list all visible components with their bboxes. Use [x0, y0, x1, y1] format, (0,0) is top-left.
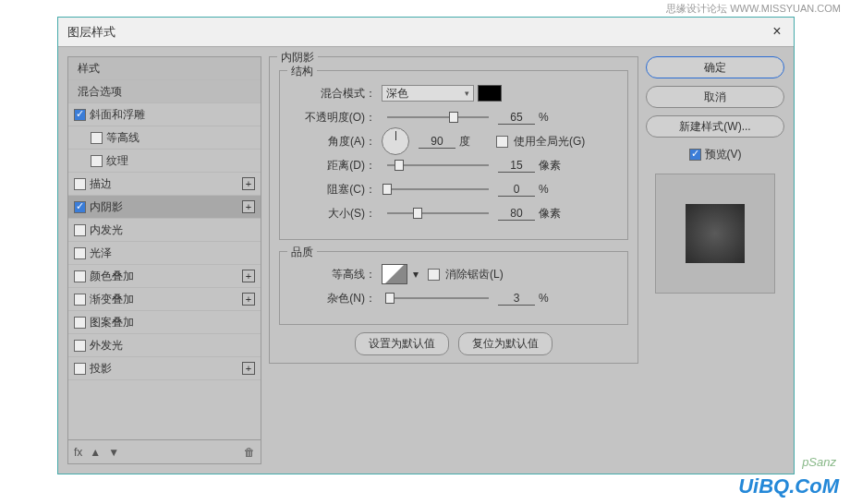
style-label: 图案叠加: [90, 315, 255, 330]
watermark-uibq: UiBQ.CoM: [738, 474, 839, 498]
style-item-1[interactable]: 等高线: [68, 126, 261, 150]
add-effect-icon[interactable]: +: [242, 270, 255, 282]
distance-slider[interactable]: [387, 159, 489, 172]
contour-picker[interactable]: [382, 264, 407, 284]
style-checkbox[interactable]: [74, 224, 86, 236]
preview-swatch: [686, 204, 745, 263]
watermark-top: 思缘设计论坛 WWW.MISSYUAN.COM: [666, 2, 841, 16]
style-label: 内阴影: [90, 199, 242, 215]
style-label: 内发光: [90, 222, 255, 238]
style-item-8[interactable]: 渐变叠加+: [68, 288, 261, 311]
chevron-down-icon: ▾: [465, 89, 469, 98]
style-item-10[interactable]: 外发光: [68, 334, 261, 357]
quality-group: 品质 等高线： ▾ 消除锯齿(L) 杂色(N)： 3 %: [279, 251, 628, 325]
new-style-button[interactable]: 新建样式(W)...: [646, 115, 784, 138]
style-label: 描边: [90, 176, 242, 192]
style-checkbox[interactable]: [91, 155, 103, 167]
style-checkbox[interactable]: [74, 317, 86, 329]
style-item-0[interactable]: 斜面和浮雕: [68, 103, 261, 126]
style-checkbox[interactable]: [74, 363, 86, 375]
styles-sidebar: 样式 混合选项 斜面和浮雕等高线纹理描边+内阴影+内发光光泽颜色叠加+渐变叠加+…: [67, 56, 261, 464]
preview-checkbox[interactable]: [689, 149, 701, 161]
right-panel: 确定 取消 新建样式(W)... 预览(V): [646, 56, 784, 464]
style-item-4[interactable]: 内阴影+: [68, 196, 261, 219]
titlebar: 图层样式 ×: [58, 18, 794, 47]
style-label: 等高线: [106, 130, 255, 146]
style-label: 斜面和浮雕: [90, 107, 255, 123]
size-slider[interactable]: [387, 207, 489, 220]
style-label: 颜色叠加: [90, 269, 242, 284]
watermark-psanz: pSanz: [802, 455, 836, 469]
style-label: 渐变叠加: [90, 292, 242, 307]
add-effect-icon[interactable]: +: [242, 200, 255, 213]
opacity-slider[interactable]: [387, 111, 489, 124]
style-item-7[interactable]: 颜色叠加+: [68, 265, 261, 288]
dialog-title: 图层样式: [67, 24, 770, 41]
noise-slider[interactable]: [387, 292, 489, 305]
cancel-button[interactable]: 取消: [646, 86, 784, 108]
add-effect-icon[interactable]: +: [242, 362, 255, 375]
fx-icon[interactable]: fx: [74, 446, 82, 459]
ok-button[interactable]: 确定: [646, 56, 784, 78]
structure-group: 结构 混合模式： 深色▾ 不透明度(O)： 65 % 角度(A)：: [279, 70, 628, 240]
sidebar-footer: fx ▲ ▼ 🗑: [67, 440, 261, 464]
antialias-label: 消除锯齿(L): [445, 267, 504, 282]
close-button[interactable]: ×: [770, 25, 784, 40]
style-label: 纹理: [106, 153, 255, 169]
style-item-2[interactable]: 纹理: [68, 150, 261, 173]
add-effect-icon[interactable]: +: [242, 293, 255, 306]
blend-options-header[interactable]: 混合选项: [68, 80, 261, 103]
shadow-color-swatch[interactable]: [478, 85, 502, 102]
style-label: 外发光: [90, 338, 255, 354]
style-item-9[interactable]: 图案叠加: [68, 311, 261, 334]
contour-label: 等高线：: [293, 267, 376, 282]
noise-value[interactable]: 3: [498, 292, 535, 306]
global-light-checkbox[interactable]: [496, 136, 508, 148]
trash-icon[interactable]: 🗑: [244, 446, 255, 459]
blend-mode-label: 混合模式：: [293, 86, 376, 102]
preview-label: 预览(V): [705, 147, 742, 162]
distance-label: 距离(D)：: [293, 158, 376, 174]
style-checkbox[interactable]: [91, 132, 103, 144]
style-item-3[interactable]: 描边+: [68, 173, 261, 196]
style-checkbox[interactable]: [74, 270, 86, 282]
style-checkbox[interactable]: [74, 340, 86, 352]
blend-mode-select[interactable]: 深色▾: [382, 85, 474, 102]
add-effect-icon[interactable]: +: [242, 177, 255, 190]
size-label: 大小(S)：: [293, 206, 376, 222]
style-checkbox[interactable]: [74, 109, 86, 121]
style-checkbox[interactable]: [74, 294, 86, 306]
move-down-icon[interactable]: ▼: [108, 446, 119, 459]
preview-box: [655, 174, 775, 294]
layer-style-dialog: 图层样式 × 样式 混合选项 斜面和浮雕等高线纹理描边+内阴影+内发光光泽颜色叠…: [57, 17, 795, 474]
antialias-checkbox[interactable]: [428, 269, 440, 281]
make-default-button[interactable]: 设置为默认值: [355, 332, 449, 355]
style-item-6[interactable]: 光泽: [68, 242, 261, 265]
style-checkbox[interactable]: [74, 201, 86, 213]
choke-label: 阻塞(C)：: [293, 182, 376, 198]
choke-value[interactable]: 0: [498, 183, 535, 197]
style-checkbox[interactable]: [74, 247, 86, 259]
noise-label: 杂色(N)：: [293, 291, 376, 306]
inner-shadow-group: 内阴影 结构 混合模式： 深色▾ 不透明度(O)： 65 %: [269, 56, 638, 364]
styles-header[interactable]: 样式: [68, 57, 261, 80]
angle-label: 角度(A)：: [293, 134, 376, 150]
distance-value[interactable]: 15: [498, 159, 535, 173]
styles-list: 样式 混合选项 斜面和浮雕等高线纹理描边+内阴影+内发光光泽颜色叠加+渐变叠加+…: [67, 56, 261, 440]
opacity-label: 不透明度(O)：: [293, 110, 376, 126]
chevron-down-icon[interactable]: ▾: [413, 268, 419, 281]
style-label: 投影: [90, 361, 242, 377]
move-up-icon[interactable]: ▲: [90, 446, 101, 459]
style-checkbox[interactable]: [74, 178, 86, 190]
global-light-label: 使用全局光(G): [514, 134, 585, 150]
settings-panel: 内阴影 结构 混合模式： 深色▾ 不透明度(O)： 65 %: [269, 56, 638, 464]
opacity-value[interactable]: 65: [498, 111, 535, 125]
angle-dial[interactable]: [382, 127, 409, 155]
angle-value[interactable]: 90: [419, 135, 455, 149]
style-item-11[interactable]: 投影+: [68, 357, 261, 380]
style-item-5[interactable]: 内发光: [68, 219, 261, 242]
reset-default-button[interactable]: 复位为默认值: [458, 332, 552, 355]
choke-slider[interactable]: [387, 183, 489, 196]
size-value[interactable]: 80: [498, 207, 535, 221]
style-label: 光泽: [90, 246, 255, 261]
